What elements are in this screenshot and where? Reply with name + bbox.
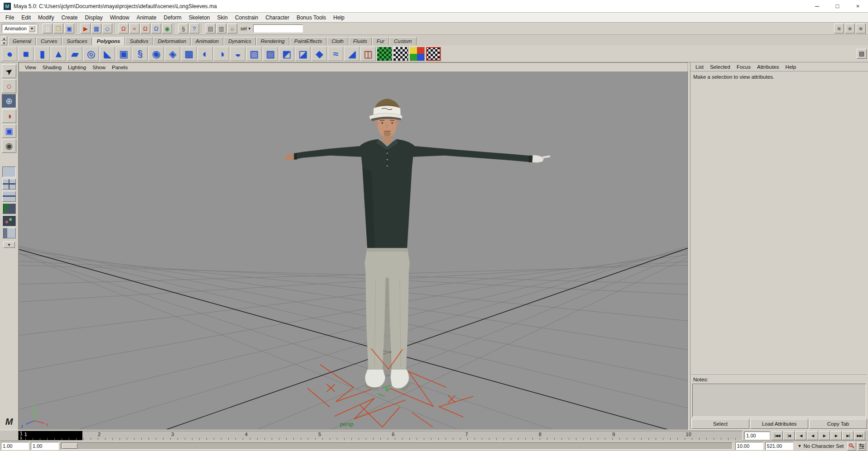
step-forward-key-button[interactable]: ▶ bbox=[830, 431, 842, 440]
layout-hypergraph-persp[interactable] bbox=[2, 215, 16, 226]
shelf-tab-deformation[interactable]: Deformation bbox=[153, 37, 191, 45]
frame-label-2[interactable]: 2 bbox=[98, 432, 101, 437]
quick-help-icon[interactable]: ? bbox=[189, 24, 199, 33]
menu-window[interactable]: Window bbox=[106, 14, 133, 22]
shelf-boolean-difference[interactable]: ◑ bbox=[214, 47, 229, 61]
frame-label-6[interactable]: 6 bbox=[392, 432, 394, 437]
character-set-label[interactable]: No Character Set bbox=[803, 443, 844, 449]
file-new-icon[interactable]: ▯ bbox=[43, 24, 53, 33]
shelf-boolean-intersection[interactable]: ◒ bbox=[230, 47, 245, 61]
animation-start-field[interactable] bbox=[1, 442, 29, 450]
shelf-tab-custom[interactable]: Custom bbox=[389, 37, 417, 45]
frame-label-9[interactable]: 9 bbox=[612, 432, 615, 437]
go-to-playback-end-button[interactable]: ▶▶| bbox=[854, 431, 865, 440]
chevron-down-icon[interactable]: ▼ bbox=[1, 41, 7, 45]
menu-skin[interactable]: Skin bbox=[214, 14, 231, 22]
ipr-render-icon[interactable]: ▥ bbox=[216, 24, 226, 33]
menu-file[interactable]: File bbox=[2, 14, 18, 22]
frame-label-1[interactable]: 1 bbox=[24, 432, 27, 437]
menu-animate[interactable]: Animate bbox=[133, 14, 160, 22]
layout-more-button[interactable]: ▼ bbox=[3, 242, 15, 248]
load-attributes-button[interactable]: Load Attributes bbox=[750, 419, 808, 429]
shelf-poly-platonic-solid[interactable]: ◈ bbox=[165, 47, 180, 61]
shelf-poly-torus[interactable]: ◎ bbox=[83, 47, 99, 61]
menu-help[interactable]: Help bbox=[330, 14, 348, 22]
menu-modify[interactable]: Modify bbox=[34, 14, 58, 22]
step-back-key-button[interactable]: ◀ bbox=[795, 431, 806, 440]
shelf-bevel[interactable]: ◢ bbox=[344, 47, 360, 61]
menu-display[interactable]: Display bbox=[81, 14, 106, 22]
shelf-tab-dynamics[interactable]: Dynamics bbox=[224, 37, 255, 45]
snap-to-points-icon[interactable]: Ω bbox=[140, 24, 150, 33]
maximize-button[interactable]: □ bbox=[827, 0, 848, 12]
shelf-cylindrical-mapping[interactable] bbox=[393, 47, 408, 61]
shelf-uv-texture-editor[interactable] bbox=[426, 47, 441, 61]
layout-single-pane[interactable] bbox=[2, 166, 16, 177]
move-tool[interactable]: ⊕ bbox=[2, 94, 16, 108]
time-slider[interactable]: 1 1 12345678910 bbox=[18, 431, 743, 441]
animation-end-field[interactable] bbox=[765, 442, 793, 450]
shelf-smooth[interactable]: ≈ bbox=[328, 47, 343, 61]
viewport-3d-scene[interactable]: y x z persp bbox=[19, 72, 688, 429]
select-component-icon[interactable]: ◇ bbox=[102, 24, 112, 33]
current-time-field[interactable] bbox=[744, 432, 770, 440]
scale-tool[interactable]: ▣ bbox=[2, 124, 16, 138]
shelf-tab-general[interactable]: General bbox=[8, 37, 36, 45]
render-globals-icon[interactable]: ☼ bbox=[227, 24, 237, 33]
shelf-tab-spinner[interactable]: ▲▼ bbox=[1, 36, 7, 45]
ae-menu-list[interactable]: List bbox=[692, 64, 707, 70]
frame-label-8[interactable]: 8 bbox=[539, 432, 542, 437]
viewport-menu-shading[interactable]: Shading bbox=[39, 64, 65, 71]
construction-history-icon[interactable]: § bbox=[178, 24, 188, 33]
shelf-poly-helix[interactable]: § bbox=[132, 47, 148, 61]
viewport-menu-view[interactable]: View bbox=[22, 64, 39, 71]
menu-bonus-tools[interactable]: Bonus Tools bbox=[293, 14, 330, 22]
snap-to-curves-icon[interactable]: ≈ bbox=[129, 24, 139, 33]
play-backwards-button[interactable]: ◀ bbox=[807, 431, 818, 440]
select-hierarchy-icon[interactable]: ▶ bbox=[81, 24, 91, 33]
shelf-poly-prism[interactable]: ◣ bbox=[100, 47, 115, 61]
viewport-menu-lighting[interactable]: Lighting bbox=[65, 64, 89, 71]
shelf-split-polygon[interactable]: ◩ bbox=[279, 47, 294, 61]
layout-outliner-persp[interactable] bbox=[2, 228, 16, 238]
go-to-playback-start-button[interactable]: |◀◀ bbox=[772, 431, 783, 440]
shelf-tab-animation[interactable]: Animation bbox=[191, 37, 223, 45]
step-back-frame-button[interactable]: |◀ bbox=[783, 431, 795, 440]
menu-skeleton[interactable]: Skeleton bbox=[185, 14, 214, 22]
render-current-frame-icon[interactable]: ▤ bbox=[206, 24, 216, 33]
menu-deform[interactable]: Deform bbox=[160, 14, 185, 22]
shelf-extrude-edge[interactable]: ▨ bbox=[263, 47, 278, 61]
chevron-down-icon[interactable]: ▼ bbox=[248, 27, 251, 31]
shelf-tab-surfaces[interactable]: Surfaces bbox=[62, 37, 91, 45]
range-slider-track[interactable] bbox=[61, 442, 733, 450]
shelf-poly-sphere[interactable]: ● bbox=[2, 47, 17, 61]
layout-four-pane[interactable] bbox=[2, 179, 16, 190]
ae-menu-help[interactable]: Help bbox=[782, 64, 800, 70]
play-forwards-button[interactable]: ▶ bbox=[819, 431, 830, 440]
shelf-tab-subdivs[interactable]: Subdivs bbox=[125, 37, 153, 45]
menu-set-selector[interactable]: Animation ▼ bbox=[2, 24, 37, 33]
ae-menu-focus[interactable]: Focus bbox=[734, 64, 754, 70]
frame-label-10[interactable]: 10 bbox=[686, 432, 691, 437]
lasso-select-tool[interactable]: ○ bbox=[2, 79, 16, 93]
select-button[interactable]: Select bbox=[691, 419, 749, 429]
shelf-append-polygon[interactable]: ◪ bbox=[295, 47, 311, 61]
frame-label-7[interactable]: 7 bbox=[465, 432, 468, 437]
shelf-boolean-union[interactable]: ◐ bbox=[197, 47, 213, 61]
menu-constrain[interactable]: Constrain bbox=[231, 14, 262, 22]
shelf-menu-icon[interactable]: ▤ bbox=[857, 49, 867, 59]
auto-keyframe-icon[interactable] bbox=[847, 442, 856, 451]
file-open-icon[interactable]: ❐ bbox=[53, 24, 63, 33]
ae-menu-attributes[interactable]: Attributes bbox=[754, 64, 782, 70]
animation-preferences-icon[interactable] bbox=[857, 442, 866, 451]
notes-textarea[interactable] bbox=[692, 384, 866, 417]
layout-persp-shaded[interactable] bbox=[2, 203, 16, 214]
select-object-icon[interactable]: ▦ bbox=[91, 24, 101, 33]
layout-two-pane-stacked[interactable] bbox=[2, 191, 16, 202]
file-save-icon[interactable]: ▣ bbox=[64, 24, 74, 33]
shelf-merge-vertices[interactable]: ◆ bbox=[312, 47, 327, 61]
show-tool-settings-toggle[interactable]: ≡ bbox=[845, 24, 855, 33]
chevron-up-icon[interactable]: ▲ bbox=[1, 36, 7, 41]
shelf-extrude-face[interactable]: ▧ bbox=[246, 47, 262, 61]
viewport-canvas[interactable]: y x z persp bbox=[19, 72, 688, 429]
